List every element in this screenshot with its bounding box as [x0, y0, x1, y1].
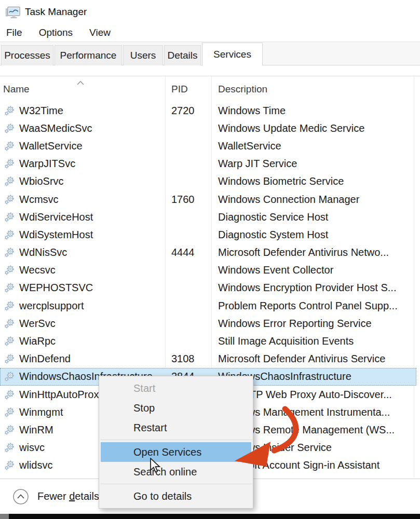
service-row[interactable]: WEPHOSTSVC Windows Encryption Provider H…: [0, 279, 416, 297]
service-row[interactable]: WiaRpc Still Image Acquisition Events: [0, 332, 416, 350]
service-gear-icon: [4, 158, 15, 169]
service-gear-icon: [4, 407, 15, 418]
service-description: Microsoft Defender Antivirus Service: [211, 353, 416, 365]
service-row[interactable]: WarpJITSvc Warp JIT Service: [0, 155, 416, 173]
service-row[interactable]: Wecsvc Windows Event Collector: [0, 262, 416, 279]
service-pid: 2720: [165, 105, 211, 117]
service-gear-icon: [4, 371, 15, 382]
service-name: wercplsupport: [19, 300, 84, 312]
chevron-up-icon: [12, 488, 29, 505]
service-description: Windows Biometric Service: [211, 175, 416, 187]
service-pid: 1760: [165, 194, 211, 206]
context-menu-item-open-services[interactable]: Open Services: [101, 442, 251, 462]
window-title: Task Manager: [25, 6, 87, 18]
service-description: Diagnostic System Host: [211, 229, 416, 241]
service-row[interactable]: WbioSrvc Windows Biometric Service: [0, 173, 416, 190]
service-name: WinDefend: [19, 353, 71, 365]
service-gear-icon: [4, 212, 15, 223]
service-row[interactable]: WerSvc Windows Error Reporting Service: [0, 315, 416, 332]
service-gear-icon: [4, 176, 15, 187]
menu-separator: [100, 484, 252, 484]
service-name: WiaRpc: [19, 335, 56, 347]
menu-options[interactable]: Options: [39, 27, 73, 38]
fewer-details-label: Fewer details: [37, 490, 99, 502]
service-name: WarpJITSvc: [19, 158, 75, 170]
context-menu: StartStopRestartOpen ServicesSearch onli…: [99, 376, 253, 509]
fewer-details-button[interactable]: Fewer details: [12, 488, 99, 505]
service-row[interactable]: W32Time 2720 Windows Time: [0, 102, 416, 119]
service-description: Windows Connection Manager: [211, 194, 416, 206]
service-name: WdiServiceHost: [19, 211, 93, 223]
column-header-pid[interactable]: PID: [165, 84, 211, 95]
service-name: W32Time: [19, 105, 63, 117]
task-manager-app-icon: [5, 5, 21, 20]
task-manager-window: Task Manager File Options View Processes…: [0, 0, 420, 519]
column-header-name[interactable]: Name: [0, 76, 165, 102]
service-description: WalletService: [211, 140, 416, 152]
service-pid: 4444: [165, 247, 211, 258]
service-description: Warp JIT Service: [211, 158, 416, 170]
service-row[interactable]: WalletService WalletService: [0, 137, 416, 155]
service-gear-icon: [4, 247, 15, 258]
service-name: Winmgmt: [19, 406, 63, 418]
service-gear-icon: [4, 318, 15, 329]
context-menu-item-search-online[interactable]: Search online: [99, 462, 253, 482]
service-gear-icon: [4, 442, 15, 453]
service-description: Problem Reports Control Panel Supp...: [211, 300, 416, 312]
service-gear-icon: [4, 229, 15, 240]
context-menu-item-restart[interactable]: Restart: [99, 418, 253, 438]
service-pid: 3108: [165, 353, 211, 365]
service-row[interactable]: WdiServiceHost Diagnostic Service Host: [0, 208, 416, 226]
column-header-description[interactable]: Description: [211, 84, 416, 95]
service-gear-icon: [4, 194, 15, 205]
service-name: WaaSMedicSvc: [19, 122, 92, 134]
service-name: WerSvc: [19, 318, 56, 330]
service-row[interactable]: WaaSMedicSvc Windows Update Medic Servic…: [0, 119, 416, 137]
service-name: wisvc: [19, 442, 45, 454]
service-description: Windows Encryption Provider Host S...: [211, 282, 416, 294]
service-row[interactable]: WdiSystemHost Diagnostic System Host: [0, 226, 416, 243]
service-description: Windows Event Collector: [211, 264, 416, 276]
service-description: Still Image Acquisition Events: [211, 335, 416, 347]
menu-file[interactable]: File: [6, 27, 22, 38]
title-bar: Task Manager: [0, 0, 420, 24]
tab-users[interactable]: Users: [123, 45, 163, 65]
service-name: WinRM: [19, 424, 53, 436]
menu-separator: [100, 440, 252, 440]
service-name: WbioSrvc: [19, 175, 64, 187]
service-gear-icon: [4, 301, 15, 311]
service-description: Diagnostic Service Host: [211, 211, 416, 223]
service-name: WalletService: [19, 140, 83, 152]
service-row[interactable]: wercplsupport Problem Reports Control Pa…: [0, 297, 416, 315]
service-description: Windows Error Reporting Service: [211, 318, 416, 330]
service-name: Wecsvc: [19, 264, 56, 276]
context-menu-item-stop[interactable]: Stop: [99, 398, 253, 418]
service-description: Windows Time: [211, 105, 416, 117]
tab-processes[interactable]: Processes: [1, 45, 53, 65]
tab-performance[interactable]: Performance: [55, 45, 122, 65]
service-description: Microsoft Defender Antivirus Netwo...: [211, 247, 416, 258]
service-name: wlidsvc: [19, 459, 52, 471]
sort-ascending-icon: [76, 77, 85, 88]
service-name: WdNisSvc: [19, 247, 67, 258]
menu-view[interactable]: View: [89, 27, 111, 38]
service-gear-icon: [4, 389, 15, 400]
service-gear-icon: [4, 336, 15, 347]
menu-bar: File Options View: [0, 24, 420, 42]
service-name: WdiSystemHost: [19, 229, 93, 241]
service-row[interactable]: Wcmsvc 1760 Windows Connection Manager: [0, 190, 416, 208]
service-row[interactable]: WdNisSvc 4444 Microsoft Defender Antivir…: [0, 244, 416, 262]
service-gear-icon: [4, 123, 15, 134]
service-gear-icon: [4, 105, 15, 116]
taskbar-strip: [0, 514, 420, 519]
context-menu-item-go-to-details[interactable]: Go to details: [99, 486, 253, 506]
service-row[interactable]: WinDefend 3108 Microsoft Defender Antivi…: [0, 350, 416, 368]
table-header: Name PID Description: [0, 76, 416, 102]
tab-details[interactable]: Details: [164, 45, 201, 65]
service-gear-icon: [4, 265, 15, 276]
tab-services[interactable]: Services: [202, 43, 263, 66]
service-gear-icon: [4, 353, 15, 364]
context-menu-item-start: Start: [99, 378, 253, 398]
service-name: Wcmsvc: [19, 194, 59, 206]
service-gear-icon: [4, 141, 15, 152]
